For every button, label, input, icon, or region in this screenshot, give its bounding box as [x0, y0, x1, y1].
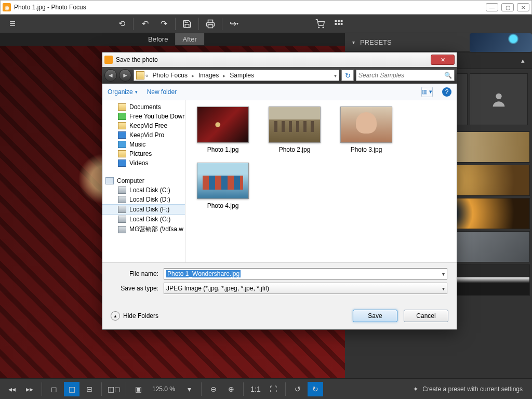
file-item[interactable]: Photo 1.jpg — [192, 107, 254, 153]
collapse-icon: ▴ — [521, 57, 525, 64]
cancel-button[interactable]: Cancel — [404, 310, 448, 322]
search-input[interactable] — [358, 72, 444, 79]
filename-label: File name: — [112, 270, 158, 277]
presets-label: PRESETS — [360, 38, 392, 46]
breadcrumb-item[interactable]: Photo Focus — [150, 72, 191, 79]
actual-size-button[interactable]: 1:1 — [248, 382, 263, 396]
tree-item-diskf[interactable]: Local Disk (F:) — [129, 206, 169, 213]
dialog-title-text: Save the photo — [116, 56, 158, 63]
help-button[interactable]: ? — [442, 87, 451, 97]
maximize-button[interactable]: ▢ — [501, 3, 514, 11]
right-arrow-button[interactable]: ▸▸ — [22, 382, 37, 396]
rotate-right-button[interactable]: ↻ — [308, 382, 323, 396]
single-view-button[interactable]: ◻ — [46, 382, 62, 396]
svg-rect-7 — [338, 23, 340, 25]
view-dropdown[interactable]: ▥ ▾ — [421, 87, 433, 97]
preset-slot-user[interactable] — [470, 73, 528, 125]
after-tab[interactable]: After — [175, 33, 204, 45]
dialog-toolbar: Organize▾ New folder ▥ ▾ ? — [102, 84, 457, 100]
svg-rect-0 — [208, 24, 213, 28]
close-button[interactable]: ✕ — [517, 3, 529, 11]
tree-item-music[interactable]: Music — [129, 141, 145, 148]
svg-rect-3 — [335, 20, 337, 22]
create-preset-button[interactable]: ✦ Create a preset with current settings — [408, 385, 528, 393]
breadcrumb[interactable]: « Photo Focus ▸ Images ▸ Samples ▾ — [134, 70, 339, 81]
svg-rect-5 — [341, 20, 343, 22]
back-button[interactable]: ◄ — [104, 69, 117, 82]
split-horizontal-button[interactable]: ⊟ — [82, 382, 97, 396]
grid-button[interactable] — [329, 16, 348, 32]
tree-item-documents[interactable]: Documents — [129, 103, 161, 111]
file-grid[interactable]: Photo 1.jpg Photo 2.jpg Photo 3.jpg Phot… — [185, 100, 457, 262]
app-title: Photo 1.jpg - Photo Focus — [14, 4, 86, 11]
save-confirm-button[interactable]: Save — [353, 310, 397, 322]
breadcrumb-item[interactable]: Images — [195, 72, 222, 79]
fit-button[interactable]: ▣ — [130, 382, 146, 396]
dialog-titlebar: Save the photo ✕ — [102, 52, 457, 67]
dialog-nav: ◄ ► « Photo Focus ▸ Images ▸ Samples ▾ ↻… — [102, 67, 457, 84]
left-arrow-button[interactable]: ◂◂ — [4, 382, 20, 396]
zoom-in-button[interactable]: ⊕ — [223, 382, 239, 396]
file-item[interactable]: Photo 2.jpg — [263, 107, 326, 153]
undo-button[interactable]: ↶ — [136, 16, 154, 32]
undo-all-button[interactable]: ⟲ — [112, 16, 131, 32]
lamp-icon[interactable] — [470, 33, 532, 52]
folder-tree[interactable]: Documents Free YouTube Down KeepVid Free… — [102, 100, 185, 262]
tree-item-mg[interactable]: MG营销部 (\\dfsa.w — [129, 225, 183, 234]
zoom-out-button[interactable]: ⊖ — [206, 382, 221, 396]
cart-button[interactable] — [311, 16, 329, 32]
savetype-dropdown[interactable]: JPEG Image (*.jpg, *.jpeg, *.jpe, *.jfif… — [164, 283, 447, 294]
hide-folders-toggle[interactable]: ▲ Hide Folders — [111, 311, 158, 321]
export-button[interactable]: ↪▾ — [224, 16, 243, 32]
svg-rect-8 — [341, 23, 343, 25]
bottom-bar: ◂◂ ▸▸ ◻ ◫ ⊟ ◫◻ ▣ 125.0 % ▾ ⊖ ⊕ 1:1 ⛶ ↺ ↻… — [0, 378, 532, 399]
tree-item-diskd[interactable]: Local Disk (D:) — [129, 196, 170, 203]
file-item[interactable]: Photo 3.jpg — [335, 107, 397, 153]
zoom-dropdown[interactable]: ▾ — [181, 382, 197, 396]
wand-icon: ✦ — [413, 385, 418, 393]
tree-item-videos[interactable]: Videos — [129, 159, 148, 167]
organize-dropdown[interactable]: Organize▾ — [108, 88, 138, 96]
presets-header[interactable]: ▾ PRESETS — [345, 33, 470, 52]
save-dialog: Save the photo ✕ ◄ ► « Photo Focus ▸ Ima… — [102, 52, 457, 330]
folder-icon — [136, 71, 144, 79]
print-button[interactable] — [201, 16, 220, 32]
rotate-left-button[interactable]: ↺ — [290, 382, 305, 396]
split-vertical-button[interactable]: ◫ — [64, 382, 79, 396]
dialog-icon — [104, 56, 113, 64]
tree-item-diskg[interactable]: Local Disk (G:) — [129, 216, 170, 223]
svg-rect-4 — [338, 20, 340, 22]
search-box[interactable]: 🔍 — [356, 70, 455, 81]
tree-item-pictures[interactable]: Pictures — [129, 150, 152, 157]
svg-point-9 — [496, 94, 501, 99]
filename-input[interactable]: Photo 1_Wondershare.jpg — [164, 268, 447, 280]
file-item[interactable]: Photo 4.jpg — [192, 163, 254, 209]
fit-window-button[interactable]: ⛶ — [265, 382, 281, 396]
dialog-close-button[interactable]: ✕ — [431, 55, 455, 65]
tree-item-keepvidpro[interactable]: KeepVid Pro — [129, 131, 164, 139]
tree-item-diskc[interactable]: Local Disk (C:) — [129, 187, 170, 194]
compare-button[interactable]: ◫◻ — [106, 382, 122, 396]
main-toolbar: ≡ ⟲ ↶ ↷ ↪▾ — [0, 15, 532, 33]
breadcrumb-dropdown[interactable]: ▾ — [334, 73, 337, 78]
svg-point-2 — [323, 27, 324, 28]
savetype-label: Save as type: — [112, 285, 158, 292]
app-icon: ◎ — [3, 3, 11, 11]
svg-rect-6 — [335, 23, 337, 25]
before-tab[interactable]: Before — [141, 33, 175, 45]
minimize-button[interactable]: — — [486, 3, 498, 11]
forward-button[interactable]: ► — [119, 69, 131, 82]
breadcrumb-item[interactable]: Samples — [227, 72, 257, 79]
zoom-level[interactable]: 125.0 % — [148, 385, 179, 393]
menu-button[interactable]: ≡ — [3, 16, 22, 32]
save-button[interactable] — [178, 16, 196, 32]
tree-item-youtube[interactable]: Free YouTube Down — [129, 113, 185, 120]
app-titlebar: ◎ Photo 1.jpg - Photo Focus — ▢ ✕ — [0, 0, 532, 15]
tree-item-keepvidfree[interactable]: KeepVid Free — [129, 122, 167, 129]
redo-button[interactable]: ↷ — [154, 16, 173, 32]
chevron-up-icon: ▲ — [111, 311, 120, 321]
new-folder-button[interactable]: New folder — [147, 88, 177, 96]
refresh-button[interactable]: ↻ — [341, 70, 354, 81]
collapse-icon: ▾ — [352, 39, 355, 45]
tree-item-computer[interactable]: Computer — [117, 177, 144, 184]
